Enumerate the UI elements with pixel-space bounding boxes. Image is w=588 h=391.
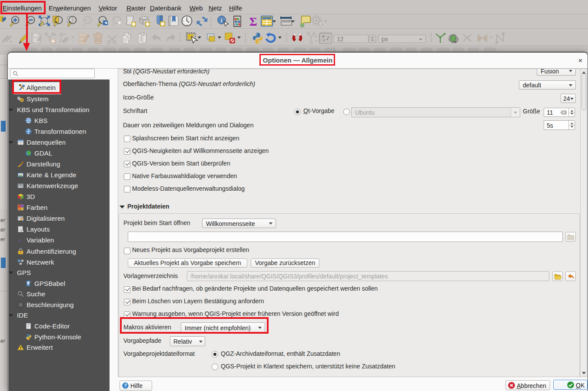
svg-text:?: ? <box>124 383 127 388</box>
svg-text:1:1: 1:1 <box>86 18 90 22</box>
svg-text:i: i <box>221 17 223 23</box>
svg-text:ε: ε <box>19 237 21 243</box>
svg-text:Σ: Σ <box>249 15 257 28</box>
